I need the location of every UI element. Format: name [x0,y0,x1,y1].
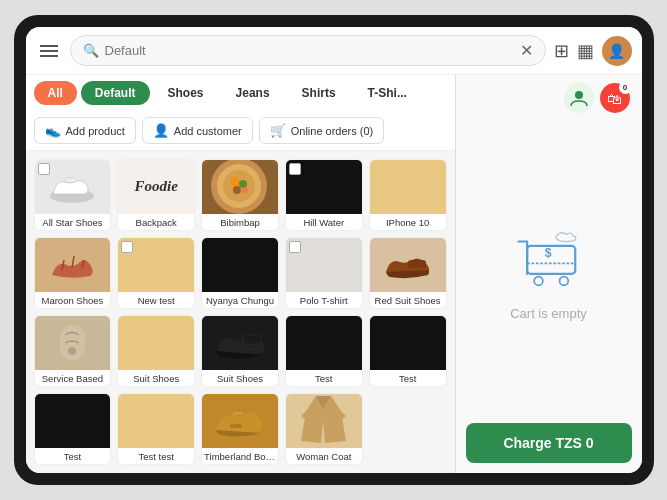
product-card[interactable]: Timberland Boo... [201,393,279,465]
charge-button[interactable]: Charge TZS 0 [466,423,632,463]
close-icon[interactable]: ✕ [520,41,533,60]
shoe-icon: 👟 [45,123,61,138]
product-name: Hill Water [286,214,362,230]
add-product-label: Add product [66,125,125,137]
product-name: Polo T-shirt [286,292,362,308]
product-name: Service Based [35,370,111,386]
svg-point-16 [559,276,568,285]
product-name: Backpack [118,214,194,230]
search-bar: 🔍 ✕ [70,35,546,66]
barcode-icon[interactable]: ▦ [577,40,594,62]
right-panel: 🛍 0 [456,75,642,473]
svg-point-10 [68,347,76,355]
cart-header: 🛍 0 [456,75,642,121]
tattoo-image-svg [45,316,100,370]
product-name: Test test [118,448,194,464]
empty-cart-svg: $ [504,224,594,294]
product-checkbox[interactable] [289,163,301,175]
product-card[interactable]: Maroon Shoes [34,237,112,309]
svg-rect-8 [408,260,426,268]
add-customer-button[interactable]: 👤 Add customer [142,117,253,144]
online-orders-label: Online orders (0) [291,125,374,137]
customer-icon: 👤 [153,123,169,138]
product-checkbox[interactable] [289,241,301,253]
product-name: Red Suit Shoes [370,292,446,308]
search-icon: 🔍 [83,43,99,58]
category-tabs: All Default Shoes Jeans Shirts T-Shi... [26,75,455,111]
shoe-image-svg [45,164,100,209]
product-card[interactable]: New test [117,237,195,309]
header: 🔍 ✕ ⊞ ▦ 👤 [26,27,642,75]
product-card[interactable]: Foodie Backpack [117,159,195,231]
product-name: IPhone 10 [370,214,446,230]
add-product-button[interactable]: 👟 Add product [34,117,136,144]
tablet-frame: 🔍 ✕ ⊞ ▦ 👤 All Default Shoes [14,15,654,485]
svg-rect-11 [243,335,261,344]
product-card[interactable]: Service Based [34,315,112,387]
product-card[interactable]: All Star Shoes [34,159,112,231]
svg-point-3 [223,170,255,202]
tab-default[interactable]: Default [81,81,150,105]
product-name: New test [118,292,194,308]
product-card[interactable]: Red Suit Shoes [369,237,447,309]
user-avatar[interactable]: 👤 [602,36,632,66]
product-card[interactable]: Test [369,315,447,387]
product-name: Timberland Boo... [202,448,278,464]
product-card[interactable]: IPhone 10 [369,159,447,231]
product-name: Test [370,370,446,386]
product-card[interactable]: Test [34,393,112,465]
product-name: Nyanya Chungu [202,292,278,308]
user-svg [570,89,588,107]
product-card[interactable]: Suit Shoes [117,315,195,387]
product-name: Suit Shoes [118,370,194,386]
product-text-image: Foodie [118,160,194,214]
product-checkbox[interactable] [38,163,50,175]
tab-shirts[interactable]: Shirts [288,81,350,105]
svg-point-5 [239,180,247,188]
cart-empty-area: $ Cart is empty [456,121,642,423]
product-name: Test [35,448,111,464]
tab-jeans[interactable]: Jeans [222,81,284,105]
tab-all[interactable]: All [34,81,77,105]
action-bar: 👟 Add product 👤 Add customer 🛒 Online or… [26,111,455,151]
product-name: Woman Coat [286,448,362,464]
product-name: Maroon Shoes [35,292,111,308]
tab-tshirts[interactable]: T-Shi... [354,81,421,105]
product-name: All Star Shoes [35,214,111,230]
product-name: Test [286,370,362,386]
tablet-screen: 🔍 ✕ ⊞ ▦ 👤 All Default Shoes [26,27,642,473]
svg-text:$: $ [544,246,551,260]
orders-icon: 🛒 [270,123,286,138]
header-icons: ⊞ ▦ 👤 [554,36,632,66]
search-input[interactable] [105,43,514,58]
food-image-svg [207,160,272,214]
svg-point-4 [230,177,240,187]
cart-badge[interactable]: 🛍 0 [600,83,630,113]
product-name: Bibimbap [202,214,278,230]
main-content: All Default Shoes Jeans Shirts T-Shi... … [26,75,642,473]
tab-shoes[interactable]: Shoes [154,81,218,105]
product-card[interactable]: Test test [117,393,195,465]
svg-rect-12 [230,424,242,428]
cart-empty-text: Cart is empty [510,306,587,321]
product-card[interactable]: Suit Shoes [201,315,279,387]
dark-shoe-svg [211,319,269,367]
product-card[interactable]: Bibimbap [201,159,279,231]
svg-point-15 [534,276,543,285]
hamburger-menu-icon[interactable] [36,41,62,61]
product-checkbox[interactable] [121,241,133,253]
add-customer-label: Add customer [174,125,242,137]
online-orders-button[interactable]: 🛒 Online orders (0) [259,117,385,144]
product-card[interactable]: Polo T-shirt [285,237,363,309]
product-card[interactable]: Test [285,315,363,387]
user-icon-area: 🛍 0 [564,83,630,113]
svg-point-13 [575,91,583,99]
brown-shoe-svg [378,240,438,290]
product-card[interactable]: Nyanya Chungu [201,237,279,309]
product-card[interactable]: Hill Water [285,159,363,231]
svg-point-6 [233,186,241,194]
product-card[interactable]: Woman Coat [285,393,363,465]
grid-view-icon[interactable]: ⊞ [554,40,569,62]
timberland-svg [210,396,270,446]
user-icon[interactable] [564,83,594,113]
